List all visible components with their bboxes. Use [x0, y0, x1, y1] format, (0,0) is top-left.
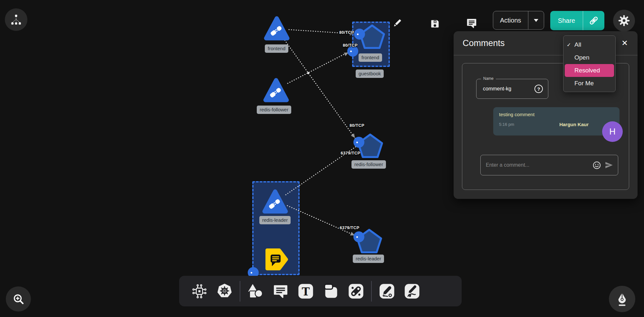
- toolbar-divider: [240, 281, 240, 302]
- filter-option-resolved[interactable]: Resolved: [565, 64, 614, 77]
- toolbar-divider: [371, 281, 372, 302]
- text-tool-button[interactable]: T: [293, 282, 318, 301]
- comment-text: testing comment: [499, 112, 614, 117]
- bottom-toolbar: T: [179, 276, 462, 306]
- service-triangle-icon: [262, 189, 288, 214]
- avatar: H: [602, 121, 623, 142]
- port-6379[interactable]: [353, 231, 364, 242]
- freehand-tool-button[interactable]: [399, 282, 425, 301]
- name-field[interactable]: Name ?: [476, 79, 548, 99]
- chip-icon: [191, 283, 208, 300]
- node-label: redis-leader: [353, 255, 384, 263]
- pen-mode-button[interactable]: [609, 286, 635, 312]
- comment-icon: [272, 283, 289, 300]
- edit-button[interactable]: [390, 16, 404, 30]
- gear-icon: [618, 14, 630, 27]
- zoom-button[interactable]: [6, 286, 31, 312]
- smiley-icon: [592, 161, 601, 170]
- edge-frontend-to-redisfollower: [285, 40, 356, 140]
- port-6379[interactable]: [353, 137, 364, 148]
- filter-option-for-me[interactable]: For Me: [563, 77, 615, 90]
- edge-label: 6379/TCP: [340, 225, 360, 230]
- comment-tool-button[interactable]: [268, 282, 293, 301]
- pen-nib-icon: [615, 292, 630, 306]
- pen-tool-button[interactable]: [374, 282, 399, 301]
- node-label: redis-follower: [257, 106, 291, 114]
- comment-icon: [466, 17, 477, 29]
- check-icon: ✓: [567, 42, 574, 48]
- node-service-redis-leader[interactable]: [262, 189, 288, 216]
- node-service-frontend[interactable]: [264, 15, 290, 42]
- group-label: guestbook: [356, 70, 384, 78]
- send-icon: [604, 161, 613, 170]
- hierarchy-view-button[interactable]: [5, 8, 27, 31]
- zoom-in-icon: [12, 292, 25, 306]
- comment-marker-icon: [264, 247, 289, 272]
- copy-link-button[interactable]: [583, 15, 604, 26]
- text-icon: T: [298, 283, 314, 299]
- link-icon: [588, 15, 599, 26]
- node-label: frontend: [359, 53, 382, 62]
- help-icon[interactable]: ?: [534, 85, 543, 93]
- port-80[interactable]: [354, 29, 365, 40]
- kubernetes-icon: [216, 283, 233, 300]
- pencil-scribble-icon: [404, 283, 420, 299]
- share-button-label: Share: [550, 17, 583, 24]
- service-triangle-icon: [264, 15, 290, 41]
- chevron-down-icon: [534, 19, 538, 22]
- save-button[interactable]: [428, 17, 442, 31]
- emoji-button[interactable]: [592, 161, 601, 170]
- close-button[interactable]: ✕: [621, 39, 628, 47]
- tree-icon: [9, 13, 23, 26]
- node-label: redis-follower: [351, 160, 386, 169]
- edge-label: 80/TCP: [339, 30, 354, 35]
- settings-button[interactable]: [613, 10, 635, 32]
- chain-link-icon: [348, 283, 364, 299]
- node-label: redis-leader: [259, 216, 291, 224]
- send-button[interactable]: [604, 161, 613, 170]
- pen-tool-icon: [379, 283, 395, 299]
- edge-label: 80/TCP: [343, 43, 358, 48]
- actions-button[interactable]: Actions: [493, 11, 544, 30]
- comment-input[interactable]: [486, 162, 589, 168]
- comments-toggle-button[interactable]: [465, 16, 479, 30]
- comment-author: Hargun Kaur: [559, 122, 589, 127]
- comment-item: testing comment 5:16 pm Hargun Kaur H: [493, 107, 620, 135]
- kubernetes-tool-button[interactable]: [212, 282, 237, 301]
- node-service-redis-follower[interactable]: [263, 77, 289, 104]
- service-triangle-icon: [263, 77, 289, 103]
- comments-filter-menu: ✓ All Open Resolved For Me: [563, 35, 616, 92]
- actions-caret-button[interactable]: [528, 19, 544, 22]
- edge-redisfollower-to-guestbook: [288, 52, 348, 83]
- frame-icon: [322, 283, 339, 300]
- resources-tool-button[interactable]: [187, 282, 212, 301]
- svg-text:T: T: [302, 285, 310, 298]
- share-button[interactable]: Share: [550, 11, 604, 30]
- frame-tool-button[interactable]: [318, 282, 343, 301]
- pencil-icon: [392, 18, 403, 29]
- node-comment-marker[interactable]: [264, 247, 289, 274]
- filter-option-all[interactable]: ✓ All: [563, 38, 615, 51]
- shapes-icon: [246, 282, 264, 300]
- comment-timestamp: 5:16 pm: [499, 122, 559, 127]
- edge-label: 80/TCP: [350, 123, 364, 128]
- edge-label: 6379/TCP: [341, 151, 360, 155]
- connection-tool-button[interactable]: [343, 282, 369, 301]
- save-icon: [430, 19, 440, 29]
- filter-option-open[interactable]: Open: [563, 51, 615, 64]
- comment-composer: [480, 155, 618, 175]
- shapes-tool-button[interactable]: [243, 282, 268, 301]
- node-label: frontend: [265, 44, 288, 53]
- actions-button-label: Actions: [493, 17, 528, 24]
- name-input[interactable]: [483, 79, 525, 98]
- edge-crossing-dot: [307, 72, 309, 74]
